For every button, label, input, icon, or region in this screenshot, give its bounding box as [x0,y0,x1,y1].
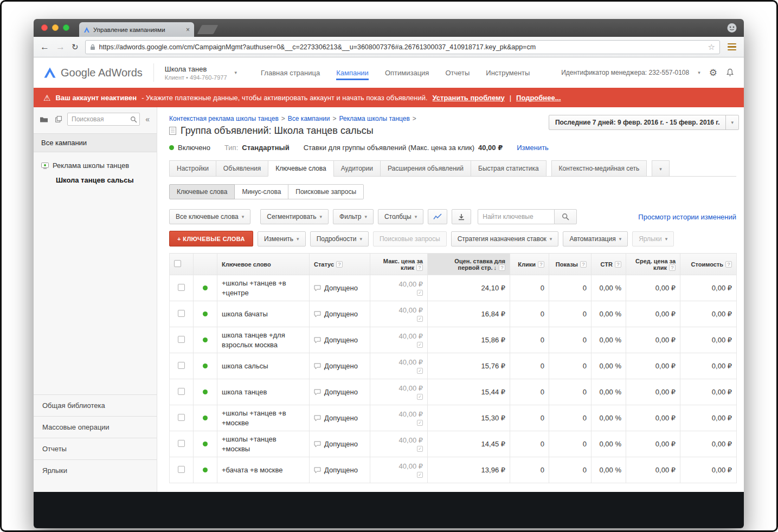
help-icon[interactable]: ? [725,261,732,268]
tab-keywords[interactable]: Ключевые слова [268,160,333,177]
sidebar-item-adgroup[interactable]: Школа танцев сальсы [39,172,151,186]
details-dropdown[interactable]: Подробности▾ [310,231,369,246]
filter-dropdown[interactable]: Фильтр▾ [333,209,374,224]
inherited-bid-checkbox-icon[interactable]: ✓ [417,368,423,374]
keyword-text[interactable]: школа бачаты [222,310,268,318]
tab-display-network[interactable]: Контекстно-медийная сеть [551,160,647,177]
keyword-text[interactable]: школа танцев [222,388,267,396]
help-icon[interactable]: ? [538,261,544,268]
gear-icon[interactable]: ⚙ [709,68,717,77]
adwords-logo[interactable]: Google AdWords [43,67,143,79]
max-cpc-value[interactable]: 40,00 ₽ [375,332,423,340]
sidebar-item-reports[interactable]: Отчеты [34,438,157,459]
account-caret-icon[interactable]: ▾ [235,70,237,75]
inherited-bid-checkbox-icon[interactable]: ✓ [417,342,423,348]
row-checkbox[interactable] [178,362,185,369]
bid-strategy-dropdown[interactable]: Стратегия назначения ставок▾ [451,231,559,246]
subtab-negative-keywords[interactable]: Минус-слова [234,184,288,199]
help-icon[interactable]: ? [615,261,621,268]
adgroup-status[interactable]: Включено [169,144,210,152]
nav-reports[interactable]: Отчеты [445,66,470,80]
keyword-text[interactable]: +бачата +в москве [222,466,283,474]
fix-problem-link[interactable]: Устранить проблему [433,94,505,102]
inherited-bid-checkbox-icon[interactable]: ✓ [417,316,423,322]
help-icon[interactable]: ? [499,264,505,271]
max-cpc-value[interactable]: 40,00 ₽ [375,462,423,470]
inherited-bid-checkbox-icon[interactable]: ✓ [417,446,423,452]
keyword-text[interactable]: +школы +танцев +москвы [222,435,277,453]
max-cpc-value[interactable]: 40,00 ₽ [375,436,423,444]
back-icon[interactable]: ← [40,42,49,51]
col-max-cpc[interactable]: Макс. цена за клик? [370,254,428,275]
row-checkbox[interactable] [178,388,185,395]
keyword-search-button[interactable] [554,209,577,224]
folder-icon[interactable] [38,114,50,125]
keyword-text[interactable]: +школы +танцев +в +центре [222,279,286,297]
change-history-link[interactable]: Просмотр истории изменений [638,213,736,221]
inherited-bid-checkbox-icon[interactable]: ✓ [417,290,423,296]
sidebar-item-campaign[interactable]: Реклама школы танцев [39,159,151,172]
zoom-window-button[interactable] [63,24,69,31]
breadcrumb-account[interactable]: Контекстная реклама школы танцев [169,115,279,122]
col-avg-cpc[interactable]: Сред. цена за клик? [626,254,680,275]
scope-dropdown[interactable]: Все ключевые слова▾ [169,209,250,224]
nav-tools[interactable]: Инструменты [486,66,530,80]
row-checkbox[interactable] [178,284,185,291]
edit-bid-link[interactable]: Изменить [517,144,549,152]
address-bar[interactable]: https://adwords.google.com/cm/CampaignMg… [85,40,720,54]
inherited-bid-checkbox-icon[interactable]: ✓ [417,472,423,478]
help-icon[interactable]: ? [336,261,343,268]
inherited-bid-checkbox-icon[interactable]: ✓ [417,394,423,400]
tab-dimensions[interactable]: Быстрая статистика [471,160,546,177]
collapse-sidebar-button[interactable]: « [143,115,152,124]
nav-home[interactable]: Главная страница [261,66,320,80]
sidebar-search-input[interactable] [67,113,140,126]
keyword-text[interactable]: +школы +танцев +в +москве [222,409,286,427]
row-checkbox[interactable] [178,414,185,421]
tab-ads[interactable]: Объявления [216,160,268,177]
help-icon[interactable]: ? [580,261,587,268]
nav-optimization[interactable]: Оптимизация [385,66,429,80]
col-keyword[interactable]: Ключевое слово [217,254,310,275]
col-impressions[interactable]: Показы? [549,254,591,275]
profile-avatar-icon[interactable] [726,23,737,35]
select-all-checkbox[interactable] [174,260,181,267]
columns-dropdown[interactable]: Столбцы▾ [378,209,423,224]
keyword-text[interactable]: школа сальсы [222,362,268,370]
minimize-window-button[interactable] [52,24,59,31]
max-cpc-value[interactable]: 40,00 ₽ [375,280,423,288]
max-cpc-value[interactable]: 40,00 ₽ [375,384,423,392]
forward-icon[interactable]: → [56,42,65,51]
close-window-button[interactable] [41,24,48,31]
subtab-search-terms[interactable]: Поисковые запросы [288,184,364,199]
row-checkbox[interactable] [178,440,185,447]
chart-button[interactable] [428,209,447,224]
sidebar-item-all-campaigns[interactable]: Все кампании [34,133,157,152]
browser-menu-icon[interactable] [726,42,737,52]
col-clicks[interactable]: Клики? [510,254,549,275]
search-icon[interactable] [130,115,137,125]
col-first-page-bid[interactable]: Оцен. ставка для первой стр.↓? [428,254,510,275]
bookmark-star-icon[interactable]: ☆ [708,42,715,52]
tab-close-icon[interactable]: × [186,27,190,33]
help-icon[interactable]: ? [669,264,676,271]
breadcrumb-all-campaigns[interactable]: Все кампании [288,115,330,122]
tab-ad-extensions[interactable]: Расширения объявлений [380,160,471,177]
bell-icon[interactable] [726,68,734,77]
col-status[interactable]: Статус? [310,254,370,275]
max-cpc-value[interactable]: 40,00 ₽ [375,358,423,366]
sidebar-item-shared-library[interactable]: Общая библиотека [34,394,157,416]
manager-caret-icon[interactable]: ▾ [698,70,700,75]
account-selector[interactable]: Школа танев Клиент • 494-760-7977 [165,65,227,81]
reload-icon[interactable]: ↻ [72,43,79,51]
subtab-keywords[interactable]: Ключевые слова [169,184,235,199]
learn-more-link[interactable]: Подробнее... [516,94,561,102]
sidebar-item-bulk-operations[interactable]: Массовые операции [34,416,157,438]
col-cost[interactable]: Стоимость? [680,254,737,275]
browser-tab[interactable]: Управление кампаниями × [79,22,194,37]
tab-settings[interactable]: Настройки [169,160,216,177]
download-button[interactable] [452,209,471,224]
keyword-text[interactable]: школа танцев +для взрослых москва [222,331,285,349]
row-checkbox[interactable] [178,336,185,343]
breadcrumb-campaign[interactable]: Реклама школы танцев [339,115,410,122]
